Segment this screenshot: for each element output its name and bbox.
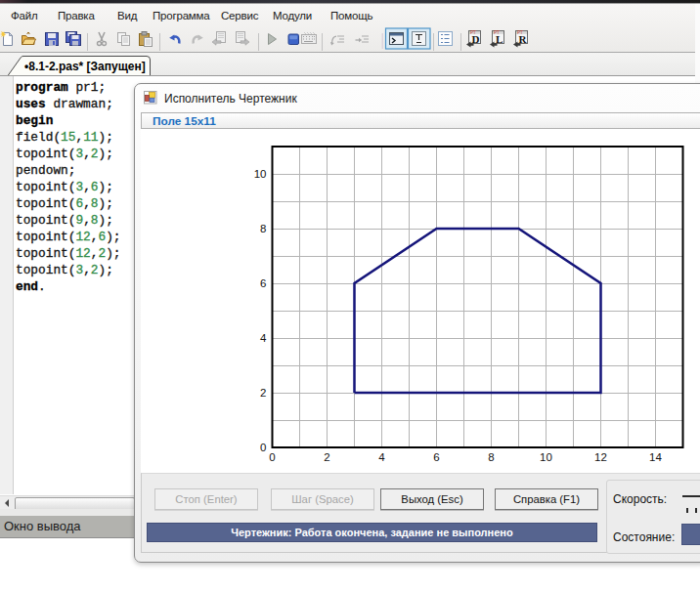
svg-text:•8.1-2.pas* [Запущен]: •8.1-2.pas* [Запущен]: [24, 60, 146, 73]
svg-text:6: 6: [260, 277, 266, 289]
svg-text:2: 2: [324, 451, 329, 463]
svg-text:10: 10: [540, 451, 552, 463]
svg-text:6: 6: [433, 451, 439, 463]
svg-text:D: D: [472, 33, 480, 45]
svg-text:14: 14: [649, 451, 662, 463]
svg-text:0: 0: [269, 451, 275, 463]
svg-text:2: 2: [260, 387, 266, 399]
svg-text:4: 4: [260, 332, 267, 344]
svg-text:8: 8: [260, 223, 266, 234]
svg-text:L: L: [496, 33, 503, 45]
svg-text:0: 0: [260, 442, 266, 453]
svg-text:10: 10: [254, 168, 267, 180]
svg-text:8: 8: [488, 451, 494, 463]
svg-text:R: R: [519, 33, 528, 45]
svg-text:12: 12: [594, 451, 607, 463]
svg-text:4: 4: [378, 451, 385, 463]
